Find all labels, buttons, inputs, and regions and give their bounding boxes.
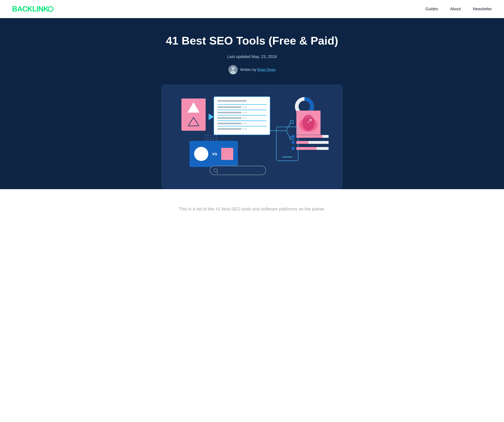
bar-row-1 <box>292 135 329 138</box>
bar-fill-1 <box>296 135 323 138</box>
bar-dot-icon <box>292 147 295 150</box>
bar-row-3 <box>292 147 329 150</box>
bar-dot-icon <box>292 141 295 144</box>
search-bar[interactable] <box>210 166 266 175</box>
nav-item-guides[interactable]: Guides <box>425 7 438 11</box>
hero-illustration: ↗ vs <box>161 84 343 189</box>
newsletter-link[interactable]: Newsletter <box>473 7 492 11</box>
arrow-right-icon <box>209 114 214 120</box>
bar-chart <box>292 135 329 150</box>
center-card <box>214 96 270 135</box>
logo[interactable]: BACKLINK <box>12 5 54 13</box>
logo-text: BACKLINK <box>12 5 48 13</box>
svg-point-6 <box>300 102 309 111</box>
logo-o-icon <box>48 6 54 12</box>
illustration-inner: ↗ vs <box>173 94 331 179</box>
bar-row-2 <box>292 141 329 144</box>
bar-fill-2 <box>296 141 308 144</box>
triangle-up-icon <box>187 102 200 113</box>
bar-fill-3 <box>296 147 317 150</box>
arrow-curved-icon: ↗ <box>306 117 312 125</box>
author-block: Written by Brian Dean <box>8 65 496 74</box>
pink-rect-left <box>181 99 206 131</box>
vs-comparison-box: vs <box>190 141 238 167</box>
navbar: BACKLINK Guides About Newsletter <box>0 0 504 18</box>
nav-item-newsletter[interactable]: Newsletter <box>473 7 492 11</box>
about-link[interactable]: About <box>450 7 461 11</box>
written-by-text: Written by Brian Dean <box>240 68 276 72</box>
intro-paragraph: This is a list of the 41 best SEO tools … <box>175 205 329 213</box>
author-link[interactable]: Brian Dean <box>258 68 276 72</box>
triangle-down-icon <box>188 116 199 127</box>
svg-rect-12 <box>290 121 293 123</box>
search-icon <box>214 168 218 172</box>
nav-links: Guides About Newsletter <box>425 7 492 11</box>
vs-circle-icon <box>194 147 208 161</box>
avatar <box>228 65 238 74</box>
hero-section: 41 Best SEO Tools (Free & Paid) Last upd… <box>0 18 504 189</box>
phone-home-button <box>282 157 292 157</box>
content-section: This is a list of the 41 best SEO tools … <box>0 189 504 229</box>
bar-dot-icon <box>292 135 295 138</box>
vs-label: vs <box>212 151 217 157</box>
nav-item-about[interactable]: About <box>450 7 461 11</box>
vs-square-icon <box>221 148 233 160</box>
svg-point-1 <box>231 67 235 70</box>
svg-marker-3 <box>188 117 199 126</box>
guides-link[interactable]: Guides <box>425 7 438 11</box>
last-updated: Last updated May. 23, 2024 <box>8 54 496 59</box>
page-title: 41 Best SEO Tools (Free & Paid) <box>161 34 343 47</box>
